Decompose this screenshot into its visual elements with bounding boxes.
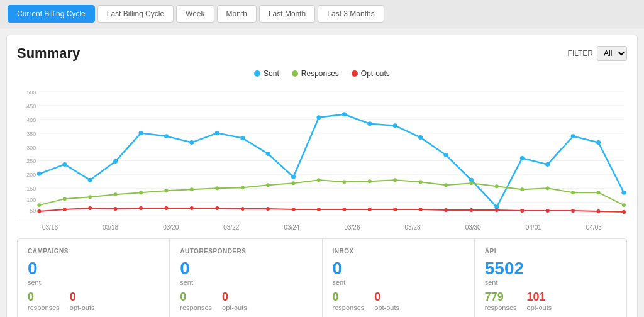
sent-dot [138, 131, 143, 135]
autoresponders-sent-value: 0 [180, 260, 311, 277]
responses-dot [215, 186, 219, 190]
summary-header: Summary FILTER All [17, 45, 627, 62]
legend-sent-label: Sent [264, 69, 279, 78]
responses-dot [622, 203, 626, 207]
x-label: 03/26 [344, 224, 360, 231]
autoresponders-optouts-label: opt-outs [222, 304, 247, 311]
autoresponders-responses-value: 0 [180, 291, 212, 303]
filter-select[interactable]: All [597, 46, 627, 61]
optout-dot [342, 208, 346, 211]
optout-dot [63, 208, 67, 211]
autoresponders-responses: 0 responses [180, 291, 212, 311]
responses-dot [393, 178, 397, 182]
autoresponders-responses-label: responses [180, 304, 212, 311]
campaigns-sub-row: 0 responses 0 opt-outs [28, 291, 159, 311]
svg-text:200: 200 [26, 172, 36, 178]
sent-dot [520, 156, 525, 160]
autoresponders-sent-label: sent [180, 279, 311, 286]
x-label: 03/28 [405, 224, 421, 231]
legend-sent: Sent [254, 69, 279, 78]
sent-dot [37, 172, 42, 176]
svg-text:500: 500 [26, 89, 36, 96]
campaigns-responses-label: responses [28, 304, 60, 311]
responses-dot [139, 191, 143, 194]
stat-category-label: API [485, 248, 616, 255]
legend-sent-dot [254, 70, 260, 77]
x-label: 03/18 [103, 224, 118, 231]
stat-category-label: INBOX [333, 248, 464, 255]
tab-last-3-months[interactable]: Last 3 Months [318, 5, 384, 23]
legend-responses-label: Responses [301, 69, 339, 78]
sent-dot [443, 153, 448, 157]
page-title: Summary [17, 45, 80, 62]
sent-dot [189, 140, 194, 145]
responses-dot [164, 189, 168, 192]
autoresponders-sub-row: 0 responses 0 opt-outs [180, 291, 311, 311]
optout-dot [292, 208, 296, 211]
responses-line [39, 180, 624, 205]
tab-last-billing[interactable]: Last Billing Cycle [97, 5, 174, 23]
sent-dot [62, 162, 67, 167]
filter-label: FILTER [568, 49, 593, 58]
api-optouts: 101 opt-outs [527, 291, 552, 311]
campaigns-optouts-value: 0 [70, 291, 95, 303]
x-label: 03/22 [223, 224, 239, 231]
sent-dot [342, 112, 347, 116]
stat-card-api: API 5502 sent 779 responses 101 opt-outs [475, 239, 626, 317]
responses-dot [292, 181, 296, 185]
optout-dot [266, 207, 270, 211]
responses-dot [37, 203, 41, 207]
x-label: 04/03 [586, 224, 602, 231]
stat-category-label: AUTORESPONDERS [180, 248, 311, 255]
api-responses-label: responses [485, 304, 517, 311]
optout-dot [241, 207, 245, 211]
tab-current-billing[interactable]: Current Billing Cycle [8, 5, 95, 23]
svg-text:250: 250 [26, 158, 36, 164]
responses-dot [469, 181, 473, 185]
optout-dot [495, 208, 499, 212]
tab-last-month[interactable]: Last Month [259, 5, 315, 23]
responses-dot [419, 180, 423, 184]
svg-text:300: 300 [26, 145, 36, 151]
responses-dot [317, 178, 321, 182]
sent-dot [88, 178, 92, 182]
svg-text:150: 150 [26, 186, 36, 192]
api-sub-row: 779 responses 101 opt-outs [485, 291, 616, 311]
legend-optouts-label: Opt-outs [361, 69, 390, 78]
x-label: 03/30 [465, 224, 481, 231]
optout-dot [444, 208, 448, 212]
inbox-responses: 0 responses [333, 291, 365, 311]
inbox-sent-value: 0 [333, 260, 464, 277]
optout-dot [571, 209, 575, 213]
responses-dot [88, 195, 92, 199]
sent-dot [164, 134, 169, 138]
responses-dot [241, 186, 245, 189]
inbox-optouts: 0 opt-outs [374, 291, 399, 311]
inbox-responses-label: responses [333, 304, 365, 311]
x-label: 04/01 [526, 224, 541, 231]
x-label: 03/16 [42, 224, 58, 231]
optout-dot [164, 206, 168, 210]
campaigns-responses-value: 0 [28, 291, 60, 303]
inbox-sub-row: 0 responses 0 opt-outs [333, 291, 464, 311]
sent-dot [621, 191, 626, 195]
tab-week[interactable]: Week [176, 5, 214, 23]
campaigns-sent-label: sent [28, 279, 159, 286]
campaigns-optouts: 0 opt-outs [70, 291, 95, 311]
svg-text:350: 350 [26, 131, 36, 137]
responses-dot [444, 183, 448, 187]
legend-responses-dot [292, 70, 298, 77]
stat-card-autoresponders: AUTORESPONDERS 0 sent 0 responses 0 opt-… [170, 239, 322, 317]
optout-dot [37, 209, 41, 213]
stat-card-inbox: INBOX 0 sent 0 responses 0 opt-outs [323, 239, 475, 317]
api-sent-label: sent [485, 279, 616, 286]
svg-text:100: 100 [26, 197, 36, 203]
responses-dot [597, 191, 601, 194]
campaigns-responses: 0 responses [28, 291, 60, 311]
sent-dot [240, 136, 245, 140]
responses-dot [114, 192, 118, 196]
optout-dot [190, 206, 194, 210]
tab-month[interactable]: Month [217, 5, 257, 23]
optout-dot [469, 208, 473, 212]
svg-text:450: 450 [26, 103, 36, 109]
